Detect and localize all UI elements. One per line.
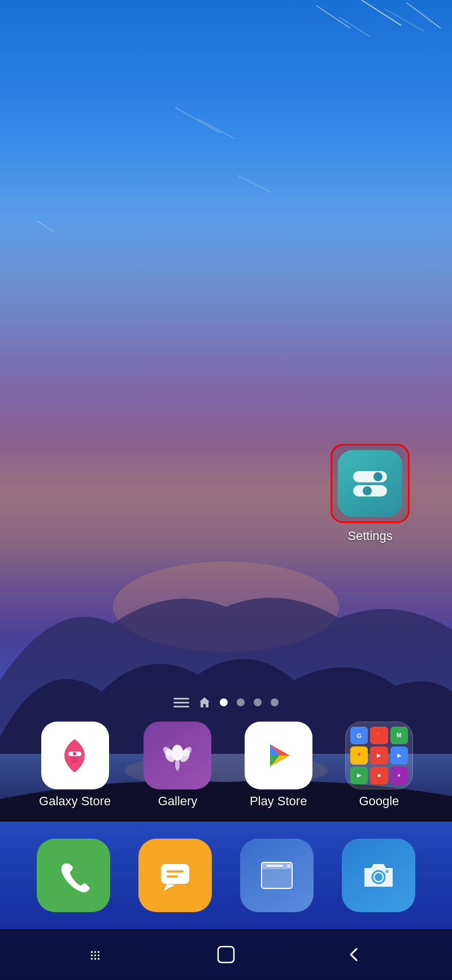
svg-line-8 <box>237 175 271 192</box>
dock <box>0 833 452 918</box>
svg-rect-43 <box>98 951 99 953</box>
svg-rect-37 <box>91 951 93 953</box>
back-button[interactable] <box>337 938 371 972</box>
page-dot-4[interactable] <box>271 698 279 706</box>
page-dot-1[interactable] <box>220 698 228 706</box>
svg-rect-45 <box>98 958 99 960</box>
svg-rect-28 <box>167 870 184 873</box>
gallery-label: Gallery <box>158 794 198 809</box>
play-store-icon <box>245 722 312 789</box>
home-indicator[interactable] <box>198 696 211 709</box>
app-galaxy-store[interactable]: Galaxy Store <box>39 722 111 809</box>
page-dot-2[interactable] <box>237 698 245 706</box>
svg-point-33 <box>287 864 290 867</box>
browser-icon <box>240 839 314 912</box>
home-button[interactable] <box>209 938 243 972</box>
svg-marker-25 <box>199 697 210 707</box>
page-indicators <box>0 696 452 709</box>
svg-rect-32 <box>266 865 283 867</box>
settings-highlight-border <box>331 444 410 523</box>
svg-rect-44 <box>98 955 99 956</box>
app-row: Galaxy Store Gallery <box>0 714 452 816</box>
play-store-label: Play Store <box>250 794 307 809</box>
phone-icon <box>37 839 110 912</box>
galaxy-store-icon <box>41 722 109 789</box>
svg-rect-40 <box>94 951 96 953</box>
nav-bar <box>0 929 452 980</box>
svg-line-5 <box>175 107 220 133</box>
svg-line-2 <box>362 0 401 25</box>
messages-icon <box>138 839 212 912</box>
google-icon: G 🔴 M 📍 ▶ ▶ ▶ ■ ● <box>345 722 413 789</box>
svg-rect-41 <box>94 955 96 956</box>
svg-rect-26 <box>161 864 189 884</box>
dock-messages[interactable] <box>138 839 212 912</box>
svg-rect-42 <box>94 958 96 960</box>
svg-line-0 <box>316 6 350 28</box>
svg-line-3 <box>407 3 441 28</box>
svg-rect-39 <box>91 958 93 960</box>
page-dot-3[interactable] <box>254 698 262 706</box>
google-label: Google <box>359 794 399 809</box>
svg-rect-46 <box>218 947 234 962</box>
gallery-icon <box>144 722 211 789</box>
svg-marker-27 <box>164 884 175 891</box>
camera-icon <box>342 839 415 912</box>
svg-point-12 <box>373 472 383 481</box>
settings-icon[interactable] <box>338 450 402 517</box>
svg-line-4 <box>384 8 424 31</box>
app-google[interactable]: G 🔴 M 📍 ▶ ▶ ▶ ■ ● Google <box>345 722 413 809</box>
svg-line-1 <box>339 17 370 37</box>
settings-app-highlighted[interactable]: Settings <box>325 444 415 554</box>
dock-phone[interactable] <box>37 839 110 912</box>
svg-rect-38 <box>91 955 93 956</box>
svg-point-14 <box>363 486 372 495</box>
svg-rect-29 <box>167 875 178 878</box>
dock-camera[interactable] <box>342 839 415 912</box>
recent-apps-button[interactable] <box>81 938 115 972</box>
svg-point-36 <box>385 870 389 873</box>
app-gallery[interactable]: Gallery <box>144 722 211 809</box>
svg-point-35 <box>375 873 383 881</box>
dock-browser[interactable] <box>240 839 314 912</box>
svg-line-6 <box>198 119 234 139</box>
galaxy-store-label: Galaxy Store <box>39 794 111 809</box>
svg-line-7 <box>37 221 54 232</box>
settings-label: Settings <box>347 529 393 543</box>
app-play-store[interactable]: Play Store <box>245 722 312 809</box>
apps-indicator[interactable] <box>173 698 189 707</box>
svg-point-17 <box>73 752 76 755</box>
